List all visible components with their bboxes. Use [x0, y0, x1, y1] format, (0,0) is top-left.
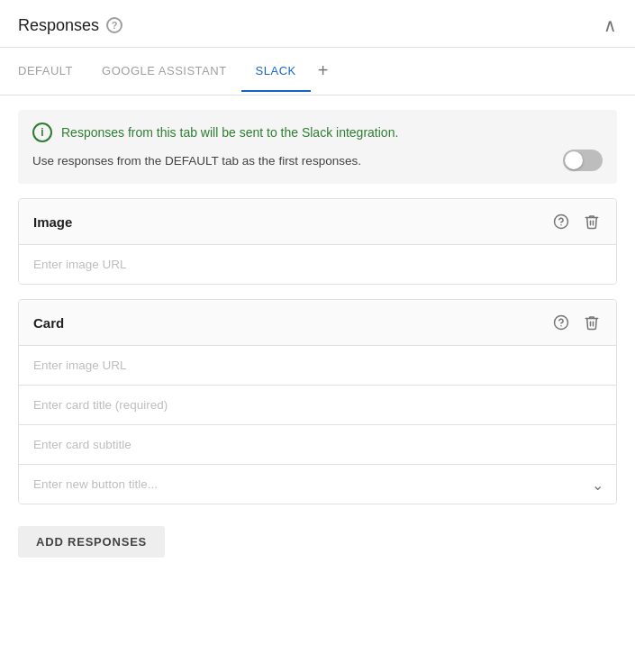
- card-subtitle-input[interactable]: [19, 425, 616, 464]
- card-block-title: Card: [33, 315, 64, 331]
- card-block-header: Card: [19, 300, 616, 346]
- content-area: Image: [0, 198, 635, 504]
- tab-add-icon[interactable]: +: [311, 48, 336, 95]
- tab-google-assistant[interactable]: GOOGLE ASSISTANT: [87, 51, 241, 92]
- card-title-row: [19, 386, 616, 425]
- image-block-header: Image: [19, 199, 616, 245]
- info-banner-gray-text: Use responses from the DEFAULT tab as th…: [32, 154, 361, 168]
- card-title-input[interactable]: [19, 386, 616, 424]
- info-icon: i: [32, 123, 52, 142]
- page-header: Responses ? ∧: [0, 0, 635, 48]
- info-banner: i Responses from this tab will be sent t…: [18, 110, 617, 184]
- tabs-bar: DEFAULT GOOGLE ASSISTANT SLACK +: [0, 48, 635, 95]
- header-help-icon[interactable]: ?: [106, 17, 122, 33]
- image-block-delete-icon[interactable]: [582, 212, 602, 232]
- add-responses-button[interactable]: ADD RESPONSES: [18, 526, 165, 558]
- collapse-icon[interactable]: ∧: [603, 14, 617, 36]
- card-subtitle-row: [19, 425, 616, 465]
- info-banner-top: i Responses from this tab will be sent t…: [32, 123, 603, 142]
- image-block-title: Image: [33, 214, 72, 230]
- card-button-title-row: ⌄: [19, 465, 616, 504]
- card-image-url-input[interactable]: [19, 346, 616, 385]
- default-tab-toggle[interactable]: [563, 150, 603, 171]
- info-banner-green-text: Responses from this tab will be sent to …: [61, 125, 398, 140]
- card-block: Card: [18, 299, 617, 504]
- image-block: Image: [18, 198, 617, 285]
- image-block-help-icon[interactable]: [551, 212, 571, 232]
- image-block-icons: [551, 212, 602, 232]
- tab-slack[interactable]: SLACK: [241, 51, 311, 92]
- card-block-delete-icon[interactable]: [582, 313, 602, 332]
- header-left: Responses ?: [18, 16, 122, 35]
- tab-default[interactable]: DEFAULT: [18, 51, 87, 92]
- info-banner-bottom: Use responses from the DEFAULT tab as th…: [32, 150, 603, 171]
- image-url-input[interactable]: [19, 245, 616, 284]
- page-title: Responses: [18, 16, 99, 35]
- toggle-knob: [565, 151, 583, 169]
- card-block-icons: [551, 313, 602, 332]
- card-block-help-icon[interactable]: [551, 313, 571, 332]
- card-button-title-input[interactable]: [19, 465, 616, 504]
- card-image-url-row: [19, 346, 616, 386]
